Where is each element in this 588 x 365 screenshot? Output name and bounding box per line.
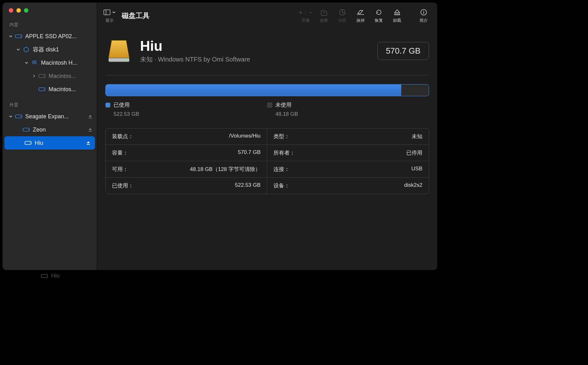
disk-icon	[15, 114, 22, 119]
used-value: 522.53 GB	[114, 111, 267, 117]
erase-button[interactable]: 抹掉	[351, 8, 370, 23]
chevron-down-icon[interactable]	[8, 114, 13, 119]
info-row-type: 类型：未知	[267, 128, 429, 145]
usage-legend: 已使用 522.53 GB 未使用 48.18 GB	[105, 101, 429, 117]
disk-icon	[38, 73, 45, 79]
info-row-mount: 装载点：/Volumes/Hiu	[106, 128, 267, 145]
sidebar-item-apple-ssd[interactable]: APPLE SSD AP02...	[3, 30, 97, 43]
toolbar-actions: ＋|－ 宗卷 急救 分区 抹掉 恢复	[297, 8, 433, 23]
eject-icon	[394, 8, 401, 16]
partition-icon	[338, 8, 346, 16]
used-label: 已使用	[114, 101, 130, 109]
eject-icon[interactable]	[88, 127, 94, 132]
view-mode-button[interactable]: 显示	[100, 8, 119, 23]
toolbar-label: 抹掉	[356, 18, 365, 23]
close-icon[interactable]	[9, 8, 13, 13]
zoom-icon[interactable]	[24, 8, 28, 13]
disk-utility-window: 内置 APPLE SSD AP02... 容器 disk1 Macintosh …	[3, 3, 437, 270]
sidebar-item-label: Zeon	[33, 127, 88, 133]
svg-point-1	[20, 36, 21, 37]
sidebar-layout-icon	[103, 9, 110, 15]
toolbar-label: 恢复	[375, 18, 383, 23]
toolbar-label: 卸载	[393, 18, 401, 23]
disk-icon	[25, 140, 32, 146]
restore-button[interactable]: 恢复	[370, 8, 388, 23]
sidebar-item-label: 容器 disk1	[33, 46, 94, 53]
toolbar-label: 显示	[105, 18, 114, 23]
toolbar-label: 分区	[338, 18, 346, 23]
main-panel: 显示 磁盘工具 ＋|－ 宗卷 急救 分区 抹掉	[97, 3, 437, 270]
sidebar-item-zeon[interactable]: Zeon	[3, 123, 97, 136]
info-row-connection: 连接：USB	[267, 161, 429, 178]
firstaid-button[interactable]: 急救	[315, 8, 333, 23]
svg-point-9	[28, 129, 28, 130]
disk-icon	[23, 127, 30, 132]
sidebar-item-label: Hiu	[35, 140, 86, 146]
sidebar-item-macintosh-child1[interactable]: Macintos...	[3, 69, 97, 83]
disk-icon	[15, 33, 22, 39]
sidebar-item-label: APPLE SSD AP02...	[25, 33, 94, 40]
toolbar-label: 急救	[320, 18, 328, 23]
sidebar-internal-tree: APPLE SSD AP02... 容器 disk1 Macintosh H..…	[3, 30, 97, 96]
sidebar-item-seagate[interactable]: Seagate Expan...	[3, 110, 97, 123]
svg-point-7	[20, 116, 21, 117]
info-row-device: 设备：disk2s2	[267, 178, 429, 194]
info-row-available: 可用：48.18 GB（128 字节可清除）	[106, 161, 267, 178]
minus-icon: －	[308, 8, 314, 17]
window-title: 磁盘工具	[122, 11, 150, 21]
volume-button[interactable]: ＋|－ 宗卷	[297, 8, 315, 23]
unmount-button[interactable]: 卸载	[388, 8, 406, 23]
eject-icon[interactable]	[86, 140, 92, 146]
info-row-capacity: 容量：570.7 GB	[106, 145, 267, 161]
volume-name: Hiu	[140, 38, 250, 54]
volumes-icon	[31, 60, 38, 66]
chevron-down-icon[interactable]	[24, 60, 29, 65]
usage-bar-used	[106, 85, 401, 96]
sidebar-item-label: Macintosh H...	[41, 60, 94, 66]
sidebar-item-container-disk1[interactable]: 容器 disk1	[3, 43, 97, 56]
info-table: 装载点：/Volumes/Hiu 类型：未知 容量：570.7 GB 所有者：已…	[105, 128, 429, 194]
sidebar-item-hiu[interactable]: Hiu	[4, 136, 95, 150]
plus-icon: ＋	[297, 8, 304, 17]
volume-subtitle: 未知 · Windows NTFS by Omi Software	[140, 55, 250, 64]
svg-point-17	[423, 11, 424, 11]
chevron-down-icon[interactable]	[8, 34, 13, 39]
chevron-down-icon	[112, 11, 115, 14]
volume-title-block: Hiu 未知 · Windows NTFS by Omi Software	[140, 38, 250, 64]
free-label: 未使用	[275, 101, 291, 109]
sidebar-section-internal: 内置	[3, 20, 97, 30]
info-button[interactable]: 简介	[415, 8, 433, 23]
info-row-owner: 所有者：已停用	[267, 145, 429, 161]
restore-icon	[375, 8, 383, 16]
external-drive-icon	[105, 37, 132, 64]
content-area: Hiu 未知 · Windows NTFS by Omi Software 57…	[97, 29, 437, 270]
svg-rect-19	[109, 58, 129, 62]
volume-total-size: 570.7 GB	[377, 42, 429, 60]
volume-header: Hiu 未知 · Windows NTFS by Omi Software 57…	[105, 37, 429, 64]
toolbar-label: 宗卷	[302, 18, 310, 23]
divider	[105, 75, 429, 75]
sidebar-external-tree: Seagate Expan... Zeon Hiu	[3, 110, 97, 150]
erase-icon	[356, 8, 365, 16]
sidebar-item-macintosh-child2[interactable]: Macintos...	[3, 83, 97, 96]
firstaid-icon	[320, 8, 328, 16]
free-swatch-icon	[267, 103, 272, 108]
sidebar-item-macintosh-hd[interactable]: Macintosh H...	[3, 56, 97, 69]
svg-point-11	[30, 143, 30, 143]
used-swatch-icon	[105, 103, 110, 108]
toolbar-label: 简介	[420, 18, 428, 23]
svg-point-5	[44, 89, 44, 90]
usage-bar	[105, 84, 429, 96]
sidebar-item-label: Macintos...	[49, 86, 94, 93]
background-window-fragment: Hiu	[41, 273, 60, 279]
info-icon	[420, 8, 427, 16]
minimize-icon[interactable]	[16, 8, 21, 13]
chevron-down-icon[interactable]	[16, 47, 21, 52]
eject-icon[interactable]	[88, 114, 94, 119]
sidebar-section-external: 外置	[3, 100, 97, 110]
partition-button[interactable]: 分区	[333, 8, 351, 23]
svg-point-3	[44, 76, 44, 76]
svg-rect-12	[104, 10, 110, 15]
chevron-right-icon[interactable]	[32, 74, 37, 79]
svg-rect-21	[41, 274, 48, 278]
